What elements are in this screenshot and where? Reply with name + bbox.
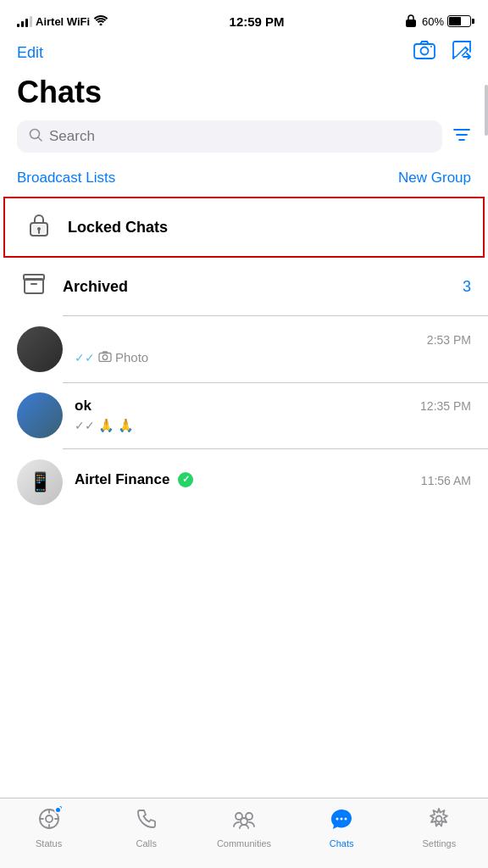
svg-point-31 [436, 816, 442, 822]
tab-chats-label: Chats [330, 838, 354, 849]
new-group-button[interactable]: New Group [398, 170, 471, 186]
svg-point-20 [46, 815, 53, 822]
lock-icon [28, 212, 50, 242]
signal-bars [17, 15, 32, 27]
chat-preview-2: 🙏 🙏 [98, 418, 134, 433]
battery-icon [447, 15, 471, 27]
chat-name-2: ok [75, 398, 92, 415]
tab-calls-label: Calls [136, 838, 157, 849]
chat-time-1: 2:53 PM [427, 333, 471, 347]
verified-check-icon: ✓ [182, 474, 190, 485]
chat-item-1[interactable]: 2:53 PM ✓✓ Photo [0, 316, 488, 382]
chat-content-3: Airtel Finance ✓ 11:56 AM [75, 471, 471, 493]
search-input[interactable] [49, 128, 430, 145]
filter-icon[interactable] [452, 127, 471, 147]
status-icon [38, 808, 60, 835]
carrier-label: Airtel WiFi [36, 15, 90, 28]
chats-icon [330, 808, 353, 835]
svg-point-27 [241, 818, 247, 825]
settings-icon [428, 808, 450, 835]
chat-top-row-1: 2:53 PM [75, 333, 471, 347]
tab-settings-label: Settings [422, 838, 456, 849]
chat-top-row-2: ok 12:35 PM [75, 398, 471, 415]
lock-icon-wrap [22, 210, 56, 244]
double-tick-2: ✓✓ [75, 419, 95, 432]
battery-container: 60% [422, 15, 471, 28]
chat-content-1: 2:53 PM ✓✓ Photo [75, 333, 471, 364]
svg-point-18 [103, 354, 108, 359]
tab-status[interactable]: Status [15, 808, 83, 849]
status-time: 12:59 PM [230, 14, 285, 29]
compose-button[interactable] [452, 41, 471, 64]
svg-point-4 [430, 46, 432, 47]
double-tick-1: ✓✓ [75, 351, 95, 364]
chat-top-row-3: Airtel Finance ✓ 11:56 AM [75, 471, 471, 490]
tab-chats[interactable]: Chats [308, 808, 375, 849]
svg-rect-14 [25, 279, 43, 293]
archived-label: Archived [63, 278, 463, 296]
tab-communities[interactable]: Communities [210, 808, 278, 849]
signal-bar-2 [21, 21, 24, 27]
camera-button[interactable] [413, 41, 435, 64]
chat-item-3[interactable]: 📱 Airtel Finance ✓ 11:56 AM [0, 449, 488, 515]
archived-count: 3 [463, 278, 471, 296]
tab-calls[interactable]: Calls [113, 808, 180, 849]
battery-percent: 60% [422, 15, 444, 28]
chat-name-3: Airtel Finance [75, 471, 169, 488]
chat-content-2: ok 12:35 PM ✓✓ 🙏 🙏 [75, 398, 471, 433]
chat-preview-1: Photo [115, 350, 148, 364]
chat-message-row-1: ✓✓ Photo [75, 350, 471, 364]
svg-point-29 [341, 818, 343, 821]
svg-rect-15 [24, 275, 44, 280]
chat-time-2: 12:35 PM [420, 399, 471, 413]
svg-point-28 [336, 818, 339, 821]
broadcast-lists-button[interactable]: Broadcast Lists [17, 170, 115, 186]
svg-rect-17 [99, 353, 111, 361]
avatar-1 [17, 326, 63, 372]
chat-message-row-2: ✓✓ 🙏 🙏 [75, 418, 471, 433]
locked-chats-label: Locked Chats [68, 219, 168, 236]
signal-bar-4 [30, 16, 32, 27]
archive-icon [23, 273, 45, 300]
wifi-icon [93, 14, 108, 28]
header: Edit [0, 37, 488, 71]
tab-settings[interactable]: Settings [405, 808, 473, 849]
status-left: Airtel WiFi [17, 14, 108, 28]
avatar-2 [17, 392, 63, 438]
status-bar: Airtel WiFi 12:59 PM 60% [0, 0, 488, 37]
status-right: 60% [405, 14, 471, 30]
quick-actions: Broadcast Lists New Group [0, 166, 488, 197]
tab-bar: Status Calls Communities [0, 798, 488, 868]
lock-status-icon [405, 14, 417, 30]
chat-name-row-3: Airtel Finance ✓ [75, 471, 193, 488]
scroll-indicator [485, 85, 488, 136]
svg-rect-1 [406, 19, 416, 27]
camera-icon-small-1 [98, 351, 112, 364]
search-bar[interactable] [17, 120, 442, 153]
svg-point-0 [100, 24, 103, 26]
tab-status-label: Status [36, 838, 62, 849]
edit-button[interactable]: Edit [17, 44, 43, 62]
search-icon [29, 128, 42, 145]
search-container [0, 120, 488, 166]
communities-icon [232, 808, 256, 835]
locked-chats-row[interactable]: Locked Chats [3, 197, 485, 258]
signal-bar-3 [25, 19, 28, 27]
header-icons [413, 41, 471, 64]
signal-bar-1 [17, 24, 19, 27]
archive-icon-wrap [17, 270, 51, 303]
tab-communities-label: Communities [217, 838, 271, 849]
archived-row[interactable]: Archived 3 [0, 258, 488, 315]
avatar-3: 📱 [17, 459, 63, 505]
verified-badge-3: ✓ [178, 472, 193, 487]
page-title: Chats [0, 71, 488, 120]
calls-icon [136, 808, 158, 835]
svg-point-30 [345, 818, 347, 821]
chat-item-2[interactable]: ok 12:35 PM ✓✓ 🙏 🙏 [0, 382, 488, 448]
svg-point-3 [421, 47, 429, 55]
battery-fill [449, 17, 461, 25]
svg-line-6 [38, 137, 42, 141]
chat-time-3: 11:56 AM [421, 474, 471, 487]
